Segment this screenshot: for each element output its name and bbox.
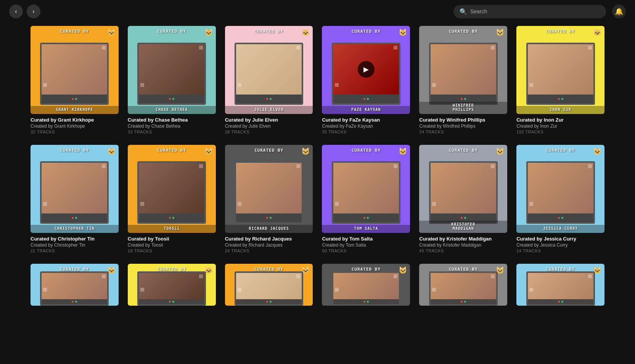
card-christopher-tin[interactable]: CURATED BY 🐱 CHRISTOPHER TIN	[31, 145, 119, 255]
card-art: CURATED BY 🐱 TOOSii	[128, 145, 216, 233]
card-name: KRISTOFERMADDiGAN	[419, 221, 507, 233]
card-subtitle: Created by Winifred Phillips	[419, 123, 507, 129]
led-red	[461, 301, 463, 303]
card-title: Curated by Toosii	[128, 236, 216, 242]
card-jessica-curry[interactable]: CURATED BY 🐱 JESSiCA CURRY	[516, 145, 604, 255]
pixel-decoration	[199, 46, 203, 50]
card-art: CURATED BY 🐱	[31, 264, 119, 306]
search-input[interactable]	[470, 8, 600, 14]
monitor-screen	[431, 44, 496, 95]
pixel-decoration	[394, 274, 397, 278]
card-richard-jacques[interactable]: CURATED BY 🐱 RICHARD JACQUES	[225, 145, 313, 255]
search-icon: 🔍	[460, 8, 467, 15]
card-title: Curated by Grant Kirkhope	[31, 117, 119, 123]
card-art: CURATED BY 🐱 KRISTOFERMADDiGAN	[419, 145, 507, 233]
led-red	[363, 98, 365, 100]
play-button[interactable]: ▶	[358, 61, 375, 78]
card-title: Curated by Chase Bethea	[128, 117, 216, 123]
grid-container: CURATED BY 🐱 GRANT KIRKHOPE	[0, 23, 635, 327]
pixel-decoration	[529, 202, 533, 206]
card-info: Curated by Grant Kirkhope Created by Gra…	[31, 114, 119, 136]
pixel-decoration	[140, 288, 144, 292]
monitor-base	[528, 299, 593, 304]
card-row3-4[interactable]: CURATED BY 🐱	[322, 264, 410, 306]
back-button[interactable]: ‹	[9, 5, 23, 18]
pixel-decoration	[296, 164, 300, 168]
card-name: JESSiCA CURRY	[516, 225, 604, 233]
pixel-decoration	[394, 46, 397, 50]
card-name: INON ZUR	[516, 106, 604, 114]
monitor-base	[42, 213, 107, 222]
led-green	[367, 98, 369, 100]
header-right: 🔍 🔔	[453, 5, 626, 18]
monitor-frame	[235, 161, 303, 224]
cat-icon: 🐱	[301, 147, 310, 156]
card-label: CURATED BY	[31, 148, 119, 153]
card-row3-3[interactable]: CURATED BY 🐱	[225, 264, 313, 306]
monitor-frame	[137, 271, 206, 306]
pixel-decoration	[102, 46, 106, 50]
card-tom-salta[interactable]: CURATED BY 🐱 TOM SALTA Cura	[322, 145, 410, 255]
notification-button[interactable]: 🔔	[612, 5, 626, 18]
card-tracks: 45 TRACKS	[419, 249, 507, 253]
card-label: CURATED BY	[322, 267, 410, 272]
card-row3-1[interactable]: CURATED BY 🐱	[31, 264, 119, 306]
card-row3-6[interactable]: CURATED BY 🐱	[516, 264, 604, 306]
card-info: Curated by Christopher Tin Created by Ch…	[31, 233, 119, 255]
monitor-frame	[526, 161, 595, 224]
card-title: Curated by Julie Elven	[225, 117, 313, 123]
card-faze-kaysan[interactable]: CURATED BY 🐱 ▶ FAZE KAYSAN C	[322, 26, 410, 136]
monitor-screen	[333, 163, 399, 213]
monitor-frame: ▶	[332, 43, 400, 105]
card-label: CURATED BY	[516, 29, 604, 34]
monitor-screen	[528, 44, 593, 95]
card-chase-bethea[interactable]: CURATED BY 🐱 CHASE BETHEA C	[128, 26, 216, 136]
monitor-frame	[137, 43, 206, 105]
monitor-screen	[236, 44, 302, 95]
card-row3-2[interactable]: CURATED BY 🐱	[128, 264, 216, 306]
monitor-base	[333, 95, 399, 103]
card-label: CURATED BY	[225, 267, 313, 272]
card-name: CHRISTOPHER TIN	[31, 225, 119, 233]
led-green	[561, 98, 563, 100]
card-grant-kirkhope[interactable]: CURATED BY 🐱 GRANT KIRKHOPE	[31, 26, 119, 136]
card-info: Curated by Kristofer Maddigan Created by…	[419, 233, 507, 255]
card-info: Curated by Richard Jacques Created by Ri…	[225, 233, 313, 255]
card-kristofer-maddigan[interactable]: CURATED BY 🐱 KRISTOFERMADDiGAN	[419, 145, 507, 255]
monitor-frame	[235, 43, 303, 105]
cat-icon: 🐱	[399, 28, 407, 37]
card-art: CURATED BY 🐱	[419, 264, 507, 306]
card-subtitle: Created by Richard Jacques	[225, 242, 313, 248]
card-tracks: 192 TRACKS	[516, 130, 604, 134]
card-title: Curated by Winifred Phillips	[419, 117, 507, 123]
led-green	[561, 301, 563, 303]
card-label: CURATED BY	[419, 267, 507, 272]
card-label: CURATED BY	[225, 29, 313, 34]
card-label: CURATED BY	[225, 148, 313, 153]
led-green	[172, 98, 174, 100]
card-info: Curated by Tom Salta Created by Tom Salt…	[322, 233, 410, 255]
forward-button[interactable]: ›	[27, 5, 40, 18]
pixel-decoration	[335, 202, 339, 206]
card-art: CURATED BY 🐱 INON ZUR	[516, 26, 604, 114]
pixel-decoration	[491, 46, 495, 50]
card-row3-5[interactable]: CURATED BY 🐱	[419, 264, 507, 306]
card-inon-zur[interactable]: CURATED BY 🐱 INON ZUR Curat	[516, 26, 604, 136]
card-julie-elven[interactable]: CURATED BY 🐱 JULIE ELVEN Cu	[225, 26, 313, 136]
monitor-base	[42, 299, 107, 304]
monitor-screen	[139, 44, 204, 95]
pixel-decoration	[335, 83, 339, 87]
pixel-decoration	[491, 164, 495, 168]
monitor-screen	[139, 273, 204, 300]
card-toosii[interactable]: CURATED BY 🐱 TOOSii Curated	[128, 145, 216, 255]
card-tracks: 28 TRACKS	[225, 130, 313, 134]
card-subtitle: Created by Inon Zur	[516, 123, 604, 129]
card-tracks: 50 TRACKS	[322, 249, 410, 253]
monitor-base	[333, 213, 399, 222]
pixel-decoration	[432, 288, 436, 292]
led-green	[75, 98, 77, 100]
pixel-decoration	[588, 46, 592, 50]
card-tracks: 14 TRACKS	[516, 249, 604, 253]
card-winifred-phillips[interactable]: CURATED BY 🐱 WINIFREDPHILLIPS	[419, 26, 507, 136]
card-tracks: 32 TRACKS	[31, 130, 119, 134]
